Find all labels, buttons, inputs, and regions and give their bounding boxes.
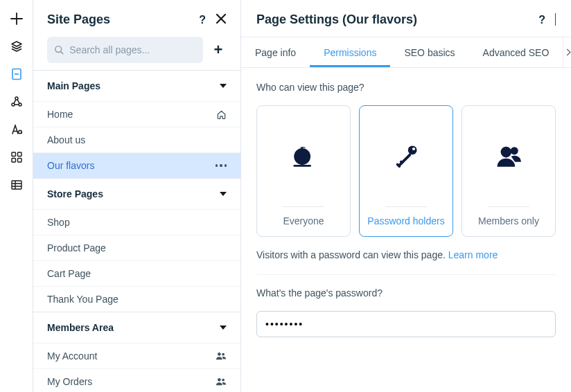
chevron-down-icon (220, 192, 227, 196)
page-item[interactable]: Thank You Page (33, 286, 240, 312)
svg-point-19 (408, 145, 417, 154)
page-label: Home (47, 109, 73, 120)
password-label: What's the page's password? (256, 287, 556, 299)
page-label: Thank You Page (47, 294, 118, 305)
page-label: About us (47, 134, 85, 145)
permission-card-label: Password holders (367, 215, 444, 226)
layers-icon[interactable] (10, 40, 23, 53)
tab-seo-basics[interactable]: SEO basics (390, 37, 468, 67)
help-icon[interactable]: ? (199, 14, 206, 26)
permission-card-members[interactable]: Members only (462, 105, 556, 237)
page-settings-panel: Page Settings (Our flavors) ? Page infoP… (241, 0, 571, 392)
permissions-question: Who can view this page? (256, 82, 556, 93)
permission-card-label: Everyone (283, 215, 324, 226)
more-icon[interactable] (216, 164, 227, 167)
page-item[interactable]: Home (33, 101, 240, 127)
password-input[interactable] (256, 311, 556, 337)
svg-point-15 (222, 379, 225, 382)
svg-point-4 (19, 103, 21, 106)
section-header[interactable]: Members Area (33, 312, 240, 343)
svg-rect-9 (17, 159, 21, 163)
svg-point-13 (222, 353, 225, 356)
settings-title: Page Settings (Our flavors) (256, 12, 417, 27)
section-label: Main Pages (47, 80, 100, 91)
tab-permissions[interactable]: Permissions (310, 37, 390, 67)
section-label: Store Pages (47, 188, 103, 199)
svg-rect-21 (398, 152, 412, 166)
page-item[interactable]: Our flavors (33, 152, 240, 178)
section-header[interactable]: Store Pages (33, 179, 240, 209)
page-item[interactable]: Cart Page (33, 260, 240, 286)
svg-rect-7 (17, 152, 21, 157)
svg-point-14 (218, 378, 221, 382)
back-icon[interactable] (555, 14, 556, 26)
svg-rect-8 (12, 159, 16, 163)
members-icon (493, 106, 524, 206)
page-item[interactable]: My Account (33, 343, 240, 368)
table-icon[interactable] (10, 179, 23, 191)
add-icon[interactable] (10, 12, 23, 25)
key-icon (391, 106, 421, 206)
search-input[interactable] (47, 37, 203, 63)
page-label: Product Page (47, 242, 106, 253)
svg-rect-10 (12, 181, 21, 189)
chevron-down-icon (220, 326, 227, 330)
svg-rect-17 (293, 164, 311, 166)
section-label: Members Area (47, 322, 114, 333)
permission-card-key[interactable]: Password holders (359, 105, 453, 237)
page-item[interactable]: Shop (33, 209, 240, 235)
tab-advanced-seo[interactable]: Advanced SEO (469, 37, 563, 67)
globe-icon (288, 106, 319, 206)
section-header[interactable]: Main Pages (33, 71, 240, 101)
page-item[interactable]: My Orders (33, 368, 240, 392)
page-item[interactable]: Product Page (33, 235, 240, 260)
pages-list: Main PagesHomeAbout usOur flavorsStore P… (33, 70, 240, 392)
close-icon[interactable] (216, 13, 227, 27)
permission-card-label: Members only (478, 215, 539, 226)
svg-point-2 (15, 97, 18, 100)
connections-icon[interactable] (10, 96, 23, 108)
help-icon[interactable]: ? (538, 14, 545, 26)
permission-options: EveryonePassword holdersMembers only (256, 105, 556, 237)
site-pages-title: Site Pages (47, 12, 110, 27)
permission-description: Visitors with a password can view this p… (256, 249, 556, 275)
page-label: My Orders (47, 376, 92, 387)
svg-rect-18 (301, 148, 303, 151)
svg-point-3 (12, 103, 15, 106)
svg-point-12 (218, 353, 221, 356)
tab-page-info[interactable]: Page info (241, 37, 310, 67)
permission-card-globe[interactable]: Everyone (256, 105, 351, 237)
learn-more-link[interactable]: Learn more (448, 249, 498, 260)
svg-point-24 (501, 146, 512, 157)
page-label: Shop (47, 217, 70, 228)
tabs-scroll-right[interactable] (563, 37, 571, 67)
page-icon[interactable] (10, 68, 23, 80)
settings-tabs: Page infoPermissionsSEO basicsAdvanced S… (241, 37, 563, 67)
members-icon (216, 377, 227, 386)
search-field[interactable] (69, 44, 196, 55)
apps-icon[interactable] (10, 151, 23, 163)
members-icon (216, 351, 227, 361)
page-label: My Account (47, 350, 97, 362)
svg-point-25 (511, 147, 518, 154)
text-style-icon[interactable] (10, 123, 23, 136)
page-label: Cart Page (47, 268, 91, 279)
tool-rail (0, 0, 33, 392)
page-item[interactable]: About us (33, 127, 240, 152)
home-icon (216, 109, 227, 120)
add-page-button[interactable]: + (210, 42, 227, 58)
svg-rect-6 (12, 152, 16, 157)
site-pages-panel: Site Pages ? + Main PagesHomeAbout usOur… (33, 0, 241, 392)
svg-point-20 (412, 147, 415, 150)
page-label: Our flavors (47, 160, 94, 171)
chevron-down-icon (220, 84, 227, 88)
